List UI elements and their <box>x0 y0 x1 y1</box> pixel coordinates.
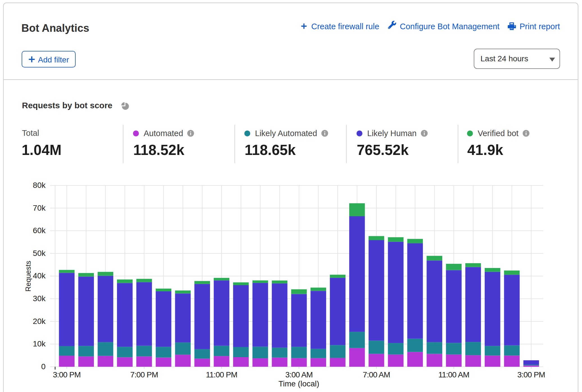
svg-text:70k: 70k <box>33 204 46 212</box>
svg-text:50k: 50k <box>33 249 46 258</box>
svg-text:40k: 40k <box>33 271 46 280</box>
svg-text:7:00 AM: 7:00 AM <box>363 370 390 379</box>
svg-text:11:00 PM: 11:00 PM <box>206 370 237 379</box>
svg-text:10k: 10k <box>33 339 46 348</box>
svg-text:3:00 PM: 3:00 PM <box>517 370 545 379</box>
svg-text:Requests: Requests <box>24 261 32 292</box>
svg-text:30k: 30k <box>33 294 46 303</box>
svg-text:80k: 80k <box>33 181 46 190</box>
svg-text:11:00 AM: 11:00 AM <box>438 370 469 379</box>
svg-text:3:00 AM: 3:00 AM <box>285 370 313 379</box>
svg-text:Time (local): Time (local) <box>278 379 319 388</box>
svg-text:60k: 60k <box>33 226 46 235</box>
svg-text:0: 0 <box>41 362 46 371</box>
svg-text:3:00 PM: 3:00 PM <box>53 370 81 379</box>
svg-text:20k: 20k <box>33 317 46 326</box>
svg-text:7:00 PM: 7:00 PM <box>130 370 158 379</box>
